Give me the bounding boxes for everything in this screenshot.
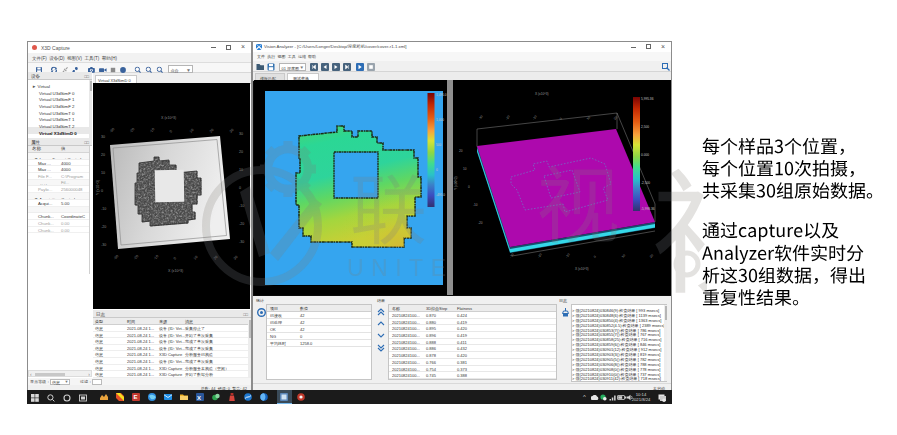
svg-text:500: 500	[436, 143, 442, 147]
svg-text:-10: -10	[473, 203, 478, 207]
svg-text:2,500: 2,500	[641, 125, 649, 129]
svg-text:-10: -10	[239, 204, 244, 208]
svg-text:Y (x10^3): Y (x10^3)	[454, 177, 458, 191]
svg-text:-30: -30	[101, 243, 106, 247]
svg-text:20: 20	[239, 150, 243, 154]
svg-text:1,495.0: 1,495.0	[436, 93, 447, 97]
svg-text:-2,500: -2,500	[641, 181, 650, 185]
svg-text:10: 10	[463, 167, 467, 171]
svg-text:0: 0	[239, 186, 241, 190]
svg-text:0: 0	[436, 168, 438, 172]
svg-text:-30: -30	[239, 240, 244, 244]
svg-text:5,995.36: 5,995.36	[641, 97, 654, 101]
svg-text:30: 30	[101, 135, 105, 139]
svg-text:0.000: 0.000	[641, 153, 649, 157]
svg-text:X (x10^3): X (x10^3)	[535, 92, 549, 96]
svg-text:-495.0: -495.0	[436, 193, 445, 197]
svg-text:1,000: 1,000	[436, 118, 444, 122]
svg-text:-20: -20	[101, 225, 106, 229]
svg-text:20: 20	[101, 153, 105, 157]
svg-text:0: 0	[101, 189, 103, 193]
svg-text:E: E	[133, 394, 137, 400]
svg-text:X (x10^3): X (x10^3)	[575, 267, 589, 271]
svg-text:X: X	[197, 395, 201, 401]
svg-text:10: 10	[101, 171, 105, 175]
svg-text:0: 0	[468, 185, 470, 189]
svg-text:Y (x10^3): Y (x10^3)	[96, 180, 100, 195]
svg-text:X (x10^3): X (x10^3)	[161, 116, 176, 120]
svg-text:-5,998.36: -5,998.36	[641, 207, 655, 211]
svg-text:X (x10^3): X (x10^3)	[168, 269, 183, 273]
svg-text:-20: -20	[239, 222, 244, 226]
svg-text:30: 30	[239, 132, 243, 136]
svg-text:10: 10	[239, 168, 243, 172]
svg-text:20: 20	[459, 149, 463, 153]
svg-text:-10: -10	[101, 207, 106, 211]
svg-text:-20: -20	[478, 221, 483, 225]
